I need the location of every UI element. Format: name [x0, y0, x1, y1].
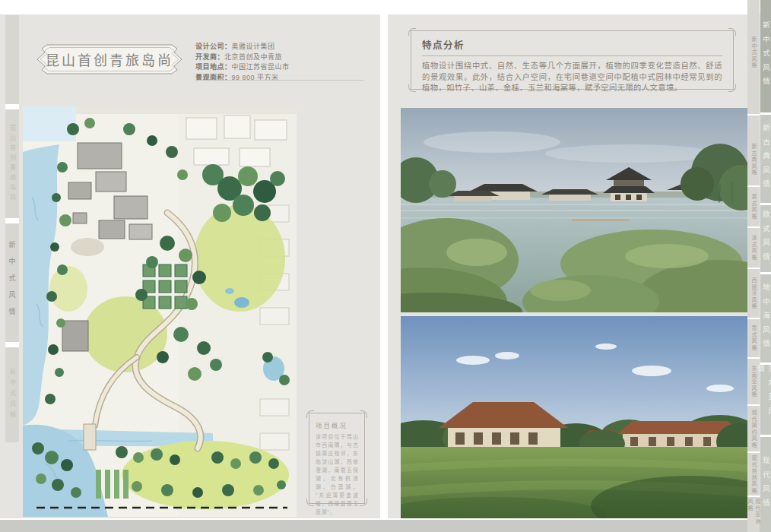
style-tab-modern-natural: 现代自然风格 — [747, 454, 760, 494]
feature-analysis-body: 植物设计围绕中式、自然、生态等几个方面展开，植物的四季变化营造自然、舒适的景观效… — [422, 61, 722, 94]
corner-ornament-icon — [306, 410, 314, 418]
category-tab-modern: 现代风情 — [760, 437, 771, 532]
strip-divider — [5, 218, 19, 223]
strip-divider — [747, 226, 760, 228]
category-tab-european: 欧式风情 — [760, 205, 771, 272]
category-tab-strip: 新中式风情 新古典风情 欧式风情 地中海风情 东南亚风情 现代风情 — [760, 0, 771, 532]
strip-divider — [747, 185, 760, 187]
photo-lakeside-pavilions — [401, 108, 747, 312]
strip-divider — [747, 357, 760, 359]
bottom-margin-band — [0, 520, 771, 532]
project-info: 设计公司：奥雅设计集团 开发商：北京首创及中青旅 项目地点：中国江苏省昆山市 景… — [195, 42, 370, 83]
style-tab-french: 法式风格 — [747, 230, 760, 266]
category-tab-neoclassical: 新古典风情 — [760, 115, 771, 203]
style-tab-english: 英式风格 — [747, 188, 760, 225]
strip-divider — [5, 342, 19, 347]
feature-analysis-title: 特点分析 — [422, 37, 722, 56]
corner-ornament-icon — [408, 28, 416, 36]
overview-title: 项目概况 — [316, 420, 359, 429]
info-row: 项目地点：中国江苏省昆山市 — [195, 62, 370, 73]
divider-line — [195, 80, 363, 81]
style-tab-neoclassical: 新古典风格 — [747, 137, 760, 182]
left-spine-strip: 昆山首创青旅岛尚 新中式风情 新中式风格 — [5, 15, 19, 442]
style-index-strip: 新中式风格 新古典风格 英式风格 法式风格 西班牙风格 意式风格 东南亚风格 现… — [747, 0, 760, 532]
strip-divider — [747, 268, 760, 269]
style-tab-new-chinese: 新中式风格 — [747, 17, 760, 89]
project-title-frame: 昆山首创青旅岛尚 — [35, 43, 184, 76]
strip-divider — [747, 318, 760, 319]
style-tab-spanish: 西班牙风格 — [747, 271, 760, 316]
info-row: 景观面积：99 800 平方米 — [195, 73, 370, 84]
project-overview-box: 项目概况 该项目位于昆山市西南隅，与古镇周庄相邻，东临淀山湖，西依澄湖，南靠五保… — [309, 413, 365, 504]
spine-label-category: 新中式风情 — [5, 223, 19, 342]
strip-divider — [747, 114, 760, 116]
strip-divider — [747, 451, 760, 453]
category-tab-southeast-asian: 东南亚风情 — [760, 365, 771, 435]
feature-analysis-box: 特点分析 植物设计围绕中式、自然、生态等几个方面展开，植物的四季变化营造自然、舒… — [411, 30, 734, 90]
spine-label-style: 新中式风格 — [5, 347, 19, 442]
category-tab-mediterranean: 地中海风情 — [760, 274, 771, 363]
style-tab-modern-asian: 现代亚洲风格 — [747, 499, 760, 530]
category-tab-new-chinese: 新中式风情 — [760, 0, 771, 112]
spine-label-project: 昆山首创青旅岛尚 — [5, 109, 19, 218]
info-row: 设计公司：奥雅设计集团 — [195, 42, 370, 52]
overview-body: 该项目位于昆山市西南隅，与古镇周庄相邻，东临淀山湖，西依澄湖，南靠五保湖，北有矾… — [316, 432, 359, 516]
project-title: 昆山首创青旅岛尚 — [35, 43, 184, 76]
style-tab-italian: 意式风格 — [747, 321, 760, 356]
photo-lawn-buildings — [401, 316, 747, 518]
info-row: 开发商：北京首创及中青旅 — [195, 52, 370, 63]
site-plan-illustration — [23, 106, 297, 517]
strip-divider — [747, 496, 760, 497]
book-spread: 昆山首创青旅岛尚 设计公司：奥雅设计集团 开发商：北京首创及中青旅 项目地点：中… — [0, 0, 771, 532]
strip-divider — [5, 104, 19, 109]
